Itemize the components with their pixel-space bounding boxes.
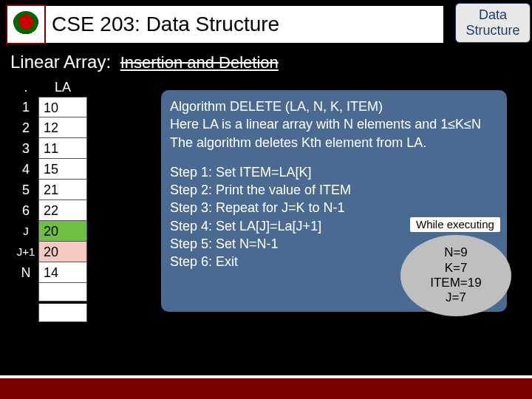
array-panel: . LA 110212311415521622J20J+120N14 (13, 80, 87, 324)
array-cell: 22 (38, 200, 87, 221)
array-cell: 11 (38, 138, 87, 159)
array-index: 2 (13, 117, 38, 138)
array-cell: 14 (38, 262, 87, 283)
subheader: Linear Array: Insertion and Deletion (10, 52, 279, 72)
array-index: 4 (13, 159, 38, 180)
table-row: 110 (13, 97, 87, 117)
array-cell-empty (38, 283, 87, 301)
array-index: 1 (13, 97, 38, 117)
subheader-topic: Insertion and Deletion (120, 53, 279, 72)
table-row: J20 (13, 221, 87, 242)
algorithm-desc: The algorithm deletes Kth element from L… (170, 134, 498, 151)
table-row: 521 (13, 180, 87, 200)
table-row: 622 (13, 200, 87, 221)
var-line: J=7 (446, 290, 466, 305)
table-row: N14 (13, 262, 87, 283)
algorithm-step: Step 3: Repeat for J=K to N-1 (170, 199, 498, 216)
algorithm-box: Algorithm DELETE (LA, N, K, ITEM) Here L… (161, 90, 507, 312)
footer-stripe (0, 378, 532, 399)
algorithm-step: Step 1: Set ITEM=LA[K] (170, 163, 498, 181)
var-line: K=7 (445, 261, 468, 276)
array-index: 5 (13, 180, 38, 200)
array-index: N (13, 262, 38, 283)
header-bar: CSE 203: Data Structure (6, 6, 532, 43)
algorithm-title: Algorithm DELETE (LA, N, K, ITEM) (170, 98, 498, 115)
topic-badge: Data Structure (455, 3, 531, 43)
var-line: ITEM=19 (430, 276, 481, 290)
array-index: J+1 (13, 242, 38, 262)
table-row: 212 (13, 117, 87, 138)
array-index: 6 (13, 200, 38, 221)
array-cell: 20 (38, 242, 87, 262)
array-cell: 12 (38, 117, 87, 138)
array-cell: 15 (38, 159, 87, 180)
array-index: 3 (13, 138, 38, 159)
vars-bubble: N=9 K=7 ITEM=19 J=7 (400, 235, 511, 316)
array-cell: 20 (38, 221, 87, 242)
university-logo (6, 4, 46, 44)
table-row: 311 (13, 138, 87, 159)
subheader-label: Linear Array: (10, 52, 111, 72)
array-cell: 21 (38, 180, 87, 200)
algorithm-step: Step 4: Set LA[J]=La[J+1]While executing (170, 217, 498, 235)
algorithm-step: Step 2: Print the value of ITEM (170, 181, 498, 199)
array-cell: 10 (38, 97, 87, 117)
array-index: J (13, 221, 38, 242)
course-title: CSE 203: Data Structure (46, 6, 443, 43)
array-cell-empty (38, 304, 87, 322)
array-header-value: LA (38, 80, 87, 95)
array-header-index: . (13, 80, 38, 95)
algorithm-desc: Here LA is a linear array with N element… (170, 115, 498, 133)
var-line: N=9 (444, 245, 468, 260)
table-row: J+120 (13, 242, 87, 262)
note-badge: While executing (410, 217, 500, 232)
table-row: 415 (13, 159, 87, 180)
